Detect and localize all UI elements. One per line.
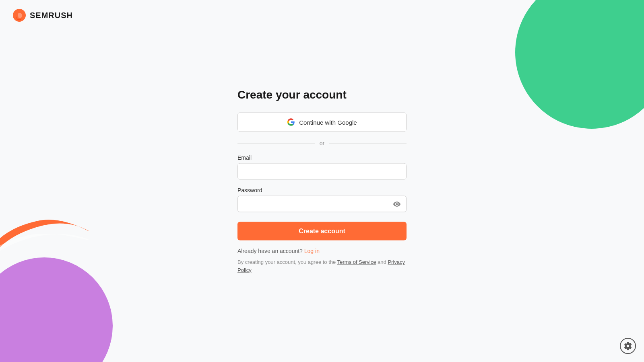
google-signin-button[interactable]: Continue with Google bbox=[237, 113, 407, 132]
decorative-green-circle bbox=[515, 0, 644, 129]
email-input[interactable] bbox=[237, 163, 407, 180]
google-button-label: Continue with Google bbox=[299, 119, 357, 125]
email-field-group: Email bbox=[237, 154, 407, 180]
terms-text: By creating your account, you agree to t… bbox=[237, 258, 407, 274]
divider-text: or bbox=[320, 140, 324, 146]
gear-icon bbox=[623, 341, 632, 350]
password-label: Password bbox=[237, 187, 407, 193]
divider-line-left bbox=[237, 143, 315, 143]
password-input[interactable] bbox=[237, 196, 407, 212]
login-link[interactable]: Log in bbox=[304, 248, 320, 254]
decorative-orange-swoosh bbox=[0, 205, 89, 257]
terms-of-service-link[interactable]: Terms of Service bbox=[337, 259, 376, 265]
logo-text: SEMRUSH bbox=[30, 11, 73, 20]
decorative-purple-circle bbox=[0, 257, 113, 362]
show-password-icon[interactable] bbox=[393, 200, 401, 208]
settings-button[interactable] bbox=[620, 338, 636, 354]
divider-line-right bbox=[329, 143, 407, 143]
google-icon bbox=[287, 118, 295, 126]
password-wrapper bbox=[237, 196, 407, 212]
form-title: Create your account bbox=[237, 88, 407, 101]
signup-form: Create your account Continue with Google… bbox=[237, 88, 407, 274]
login-prompt-text: Already have an account? Log in bbox=[237, 248, 407, 254]
logo: SEMRUSH bbox=[12, 8, 73, 23]
email-label: Email bbox=[237, 154, 407, 161]
create-account-label: Create account bbox=[299, 228, 345, 234]
create-account-button[interactable]: Create account bbox=[237, 222, 407, 241]
password-field-group: Password bbox=[237, 187, 407, 212]
divider: or bbox=[237, 140, 407, 146]
semrush-logo-icon bbox=[12, 8, 27, 23]
